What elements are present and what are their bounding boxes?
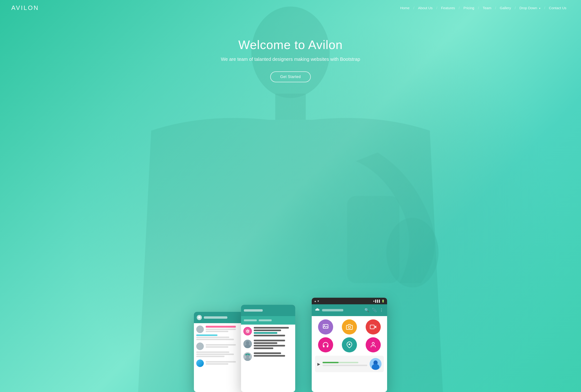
nav-home[interactable]: Home	[397, 4, 413, 11]
screen1-item-2	[196, 342, 243, 357]
s2-lotus-icon: ✿	[243, 327, 252, 336]
s1-text-10	[206, 361, 236, 362]
screen2-header	[241, 305, 295, 316]
nav-team[interactable]: Team	[480, 4, 495, 11]
screen3-more-icon[interactable]: ⋮	[380, 308, 384, 312]
screen3-app-audio[interactable]	[318, 337, 333, 352]
screen3-header-bar	[322, 309, 343, 312]
hero-subtitle: We are team of talanted designers making…	[221, 56, 360, 62]
mock-screens-container: ✿	[194, 293, 387, 392]
screen3-progress-bar	[323, 362, 358, 363]
s1-avatar-3	[196, 360, 204, 367]
svg-point-18	[372, 342, 374, 344]
s2-t4	[254, 340, 285, 341]
svg-rect-3	[347, 196, 399, 283]
screen3-app-gallery[interactable]	[318, 320, 333, 334]
screen3-status: ▲ ▼	[314, 300, 319, 302]
screen3-body: ▶	[312, 316, 387, 376]
screen3-play-icon[interactable]: ▶	[317, 362, 320, 366]
screen3-time: ▲ ▼	[314, 300, 319, 302]
s2-texts-3	[254, 352, 293, 358]
screen3-progress-fill	[323, 362, 339, 363]
s2-t8	[254, 352, 281, 354]
screen1-item-3	[196, 360, 243, 367]
screen2-subbars	[244, 320, 272, 321]
s2-t2	[254, 330, 281, 331]
nav-pricing[interactable]: Pricing	[460, 4, 478, 11]
screen3-statusbar: ▲ ▼ ♦ ▌▌▌ 🔋	[312, 298, 387, 304]
s2-row-3	[243, 352, 293, 361]
mock-screen-1	[194, 312, 246, 392]
svg-point-17	[348, 344, 350, 345]
mock-screen-2: ✿	[241, 305, 295, 392]
screen3-app-profile[interactable]	[366, 337, 381, 352]
nav-links: Home / About Us / Features / Pricing / T…	[397, 6, 570, 10]
s1-text-4	[196, 339, 234, 340]
svg-marker-15	[374, 326, 376, 328]
screen2-subbar-2	[259, 320, 272, 321]
nav-divider-4: /	[478, 6, 480, 10]
s2-row-2	[243, 340, 293, 350]
screen3-player-content	[323, 362, 367, 366]
screen3-search-icon[interactable]: 🔍	[365, 308, 369, 312]
get-started-button[interactable]: Get Started	[270, 72, 311, 82]
svg-point-14	[348, 326, 350, 328]
s2-t1	[254, 327, 289, 328]
screen3-user-avatar	[370, 358, 381, 370]
s2-avatar-1	[243, 340, 252, 348]
hero-section: Welcome to Avilon We are team of talante…	[0, 0, 581, 392]
s2-t3	[254, 335, 285, 336]
svg-point-13	[324, 325, 325, 326]
nav-divider-3: /	[458, 6, 460, 10]
screen1-header	[194, 312, 246, 323]
screen1-body	[194, 323, 246, 372]
nav-about[interactable]: About Us	[415, 4, 436, 11]
screen3-attach-icon[interactable]: 📎	[372, 308, 377, 312]
screen2-header-bar	[244, 309, 263, 312]
screen3-logo-icon	[315, 308, 320, 313]
screen3-app-maps[interactable]	[342, 337, 357, 352]
screen3-header-icons: 🔍 📎 ⋮	[365, 308, 384, 312]
screen2-body: ✿	[241, 324, 295, 366]
hero-title: Welcome to Avilon	[221, 38, 360, 52]
s2-teal-1	[254, 332, 277, 334]
screen3-app-video[interactable]	[366, 320, 381, 334]
screen2-subheader	[241, 316, 295, 324]
s1-text-8	[196, 354, 234, 355]
nav-divider-2: /	[436, 6, 438, 10]
s1-text-3	[196, 336, 229, 338]
nav-divider-1: /	[413, 6, 415, 10]
nav-gallery[interactable]: Gallery	[497, 4, 514, 11]
s1-avatar-2	[196, 342, 204, 350]
s1-text-pink	[206, 326, 236, 328]
s1-cyan-1	[196, 334, 217, 336]
dropdown-arrow-icon: ▾	[539, 7, 541, 10]
svg-point-21	[372, 364, 379, 370]
s1-avatar-1	[196, 326, 204, 333]
nav-divider-5: /	[495, 6, 497, 10]
s1-text-2	[206, 331, 228, 332]
hero-content: Welcome to Avilon We are team of talante…	[221, 38, 360, 82]
nav-contact[interactable]: Contact Us	[546, 4, 570, 11]
screen3-wifi-icon: ♦ ▌▌▌ 🔋	[373, 300, 385, 303]
s2-texts-1	[254, 327, 293, 337]
s2-t6	[254, 345, 285, 346]
s1-text-6	[206, 346, 228, 348]
brand-logo[interactable]: AVILON	[11, 4, 39, 12]
nav-dropdown[interactable]: Drop Down ▾	[516, 4, 544, 11]
navbar: AVILON Home / About Us / Features / Pric…	[0, 0, 581, 16]
nav-divider-7: /	[544, 6, 546, 10]
s2-t5	[254, 342, 277, 344]
screen3-app-camera[interactable]	[342, 320, 357, 334]
nav-features[interactable]: Features	[438, 4, 458, 11]
screen2-subbar-1	[244, 320, 257, 321]
svg-point-5	[246, 341, 249, 345]
svg-rect-1	[275, 94, 306, 120]
s1-text-5	[206, 344, 236, 346]
s2-avatar-2	[243, 352, 252, 361]
s2-t9	[254, 355, 285, 357]
s1-text-7	[196, 352, 229, 353]
screen1-item-1	[196, 326, 243, 340]
screen1-header-bar	[204, 316, 227, 319]
screen3-app-grid	[315, 320, 384, 352]
